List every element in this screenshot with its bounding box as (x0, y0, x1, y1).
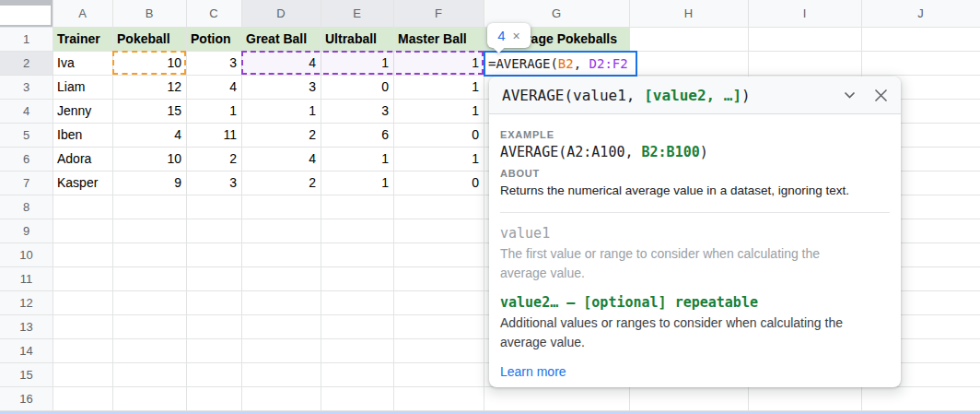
header-cell[interactable]: Great Ball (241, 27, 321, 51)
row-header-16[interactable]: 16 (0, 386, 52, 410)
row-header-15[interactable]: 15 (0, 362, 52, 386)
cell-trainer[interactable]: Iben (52, 123, 112, 147)
param2-name: value2… – [optional] repeatable (500, 294, 890, 311)
popup-body: EXAMPLE AVERAGE(A2:A100, B2:B100) ABOUT … (489, 114, 901, 380)
cell-value[interactable]: 11 (186, 123, 241, 147)
cell-value[interactable]: 4 (112, 123, 186, 147)
header-cell[interactable]: Trainer (52, 27, 112, 51)
cell-value[interactable]: 1 (321, 147, 393, 171)
formula-ref-b2: B2 (558, 56, 574, 71)
cell-value[interactable]: 1 (321, 171, 393, 195)
column-header-J[interactable]: J (861, 0, 980, 27)
cell-trainer[interactable]: Iva (52, 51, 112, 75)
cell-trainer[interactable]: Liam (52, 75, 112, 99)
header-cell[interactable]: Ultraball (321, 27, 393, 51)
param1-name: value1 (500, 225, 890, 242)
column-header-F[interactable]: F (393, 0, 484, 27)
row-header-4[interactable]: 4 (0, 99, 52, 123)
row-header-12[interactable]: 12 (0, 290, 52, 314)
row-header-6[interactable]: 6 (0, 147, 52, 171)
row-header-10[interactable]: 10 (0, 242, 52, 266)
column-header-B[interactable]: B (112, 0, 186, 27)
cell-value[interactable]: 1 (393, 75, 484, 99)
cell-value[interactable]: 4 (186, 75, 241, 99)
cell-value[interactable]: 4 (241, 147, 321, 171)
learn-more-link[interactable]: Learn more (500, 364, 566, 379)
cell-trainer[interactable]: Adora (52, 147, 112, 171)
formula-separator: , (574, 56, 589, 71)
row-header-13[interactable]: 13 (0, 314, 52, 338)
cell-value[interactable]: 0 (393, 123, 484, 147)
cell-trainer[interactable]: Kasper (52, 171, 112, 195)
param2-description: Additional values or ranges to consider … (500, 313, 869, 352)
row-header-7[interactable]: 7 (0, 171, 52, 195)
header-cell[interactable]: Pokeball (112, 27, 186, 51)
chevron-down-icon[interactable] (844, 91, 856, 100)
popup-header: AVERAGE(value1, [value2, …]) (489, 77, 901, 114)
cell-value[interactable]: 1 (241, 99, 321, 123)
row-header-8[interactable]: 8 (0, 195, 52, 219)
header-cell[interactable]: Potion (186, 27, 241, 51)
cell-value[interactable]: 12 (112, 75, 186, 99)
cell-value[interactable]: 9 (112, 171, 186, 195)
row-header-11[interactable]: 11 (0, 266, 52, 290)
row-header-5[interactable]: 5 (0, 123, 52, 147)
close-icon[interactable] (874, 89, 888, 102)
formula-result-preview: 4 × (487, 23, 531, 48)
example-code: AVERAGE(A2:A100, B2:B100) (500, 144, 890, 160)
column-header-H[interactable]: H (629, 0, 748, 27)
param1-description: The first value or range to consider whe… (500, 244, 869, 283)
cell-value[interactable]: 3 (186, 51, 241, 75)
cell-value[interactable]: 1 (393, 147, 484, 171)
row-header-9[interactable]: 9 (0, 219, 52, 242)
cell-value[interactable]: 10 (112, 147, 186, 171)
row-header-1[interactable]: 1 (0, 27, 52, 51)
popup-divider (500, 212, 890, 213)
corner-top-edge (0, 0, 52, 6)
example-label: EXAMPLE (500, 129, 890, 140)
referenced-range-b2 (112, 51, 186, 75)
cell-value[interactable]: 0 (321, 75, 393, 99)
cell-value[interactable]: 2 (186, 147, 241, 171)
cell-trainer[interactable]: Jenny (52, 99, 112, 123)
about-text: Returns the numerical average value in a… (500, 183, 890, 197)
formula-prefix: =AVERAGE( (488, 56, 558, 71)
preview-close-icon[interactable]: × (513, 30, 520, 42)
row-header-14[interactable]: 14 (0, 338, 52, 362)
column-header-E[interactable]: E (321, 0, 393, 27)
cell-value[interactable]: 3 (321, 99, 393, 123)
header-cell[interactable]: Master Ball (393, 27, 484, 51)
cell-value[interactable]: 15 (112, 99, 186, 123)
column-header-C[interactable]: C (186, 0, 241, 27)
column-header-A[interactable]: A (52, 0, 112, 27)
formula-cell-editor[interactable]: =AVERAGE(B2, D2:F2 (484, 51, 637, 77)
cell-value[interactable]: 1 (393, 99, 484, 123)
column-header-D[interactable]: D (241, 0, 321, 27)
cell-value[interactable]: 3 (241, 75, 321, 99)
cell-value[interactable]: 3 (186, 171, 241, 195)
row-header-2[interactable]: 2 (0, 51, 52, 75)
function-signature: AVERAGE(value1, [value2, …]) (502, 87, 836, 104)
cell-value[interactable]: 2 (241, 123, 321, 147)
about-label: ABOUT (500, 168, 890, 179)
spreadsheet: =AVERAGE(B2, D2:F2 4 × AVERAGE(value1, [… (0, 0, 980, 414)
cell-value[interactable]: 2 (241, 171, 321, 195)
column-header-I[interactable]: I (748, 0, 861, 27)
cell-value[interactable]: 1 (186, 99, 241, 123)
cell-value[interactable]: 6 (321, 123, 393, 147)
cell-value[interactable]: 0 (393, 171, 484, 195)
row-header-3[interactable]: 3 (0, 75, 52, 99)
function-help-popup: AVERAGE(value1, [value2, …]) EXAMPLE AVE… (489, 77, 901, 387)
referenced-range-d2-f2 (241, 51, 484, 75)
formula-ref-d2f2: D2:F2 (589, 56, 628, 71)
